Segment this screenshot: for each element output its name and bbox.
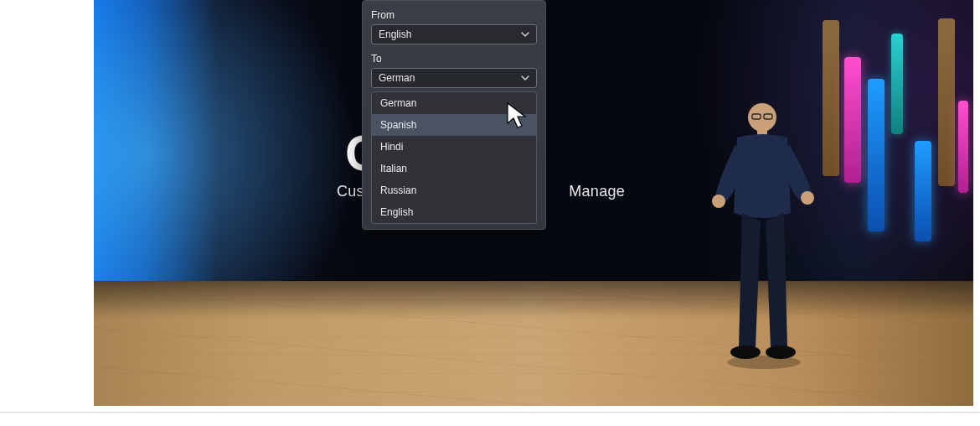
display-word: Manage (569, 183, 625, 200)
presenter (710, 96, 819, 372)
to-language-select[interactable]: German (371, 68, 537, 88)
translate-panel: From English To German GermanSpanishHind… (362, 0, 546, 230)
decor-panel (823, 20, 839, 176)
from-label: From (371, 9, 537, 21)
chevron-down-icon (519, 72, 531, 84)
stage-floor (94, 281, 973, 406)
svg-point-4 (712, 195, 725, 208)
dropdown-option[interactable]: Russian (372, 179, 536, 201)
to-language-value: German (379, 72, 415, 84)
dropdown-option[interactable]: Hindi (372, 136, 536, 158)
decor-panel (844, 57, 861, 183)
decor-panel (958, 101, 968, 193)
page-divider (0, 412, 980, 413)
chevron-down-icon (519, 29, 531, 40)
from-language-select[interactable]: English (371, 24, 537, 44)
video-still: C Customize Build Manage aka.ms/CopilotS… (94, 0, 973, 406)
dropdown-option[interactable]: Italian (372, 158, 536, 179)
from-language-value: English (379, 29, 411, 40)
to-label: To (371, 53, 537, 65)
to-language-dropdown: GermanSpanishHindiItalianRussianEnglish (371, 91, 537, 224)
dropdown-option[interactable]: German (372, 92, 536, 114)
svg-point-8 (727, 356, 801, 369)
dropdown-option[interactable]: English (372, 201, 536, 223)
decor-panel (915, 141, 931, 242)
decor-panel (868, 79, 885, 231)
dropdown-option[interactable]: Spanish (372, 114, 536, 136)
stage: C Customize Build Manage aka.ms/CopilotS… (94, 0, 973, 406)
decor-panel (938, 18, 955, 186)
svg-point-5 (801, 191, 814, 205)
decor-panel (891, 34, 903, 134)
